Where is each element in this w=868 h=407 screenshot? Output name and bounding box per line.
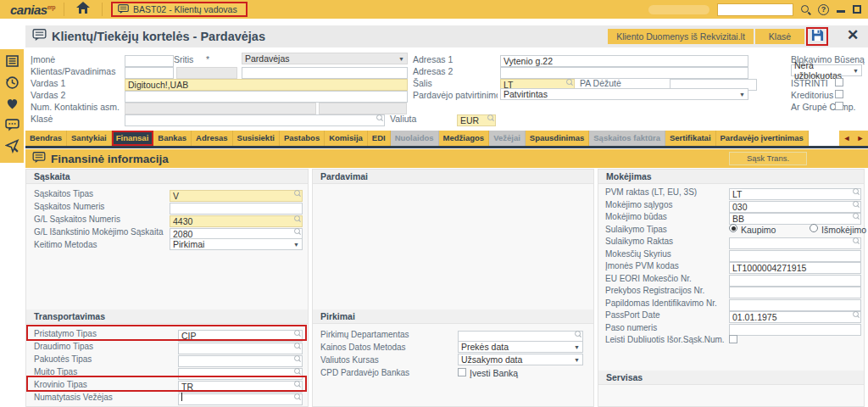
- klientas-sub-field[interactable]: [176, 64, 237, 76]
- search-icon[interactable]: [294, 355, 301, 362]
- tab-medziagos[interactable]: Medžiagos: [439, 131, 490, 146]
- mokejimo-budas-field[interactable]: [729, 210, 861, 222]
- help-icon[interactable]: ?: [818, 4, 829, 15]
- save-button[interactable]: [806, 27, 828, 46]
- tab-santykiai[interactable]: Santykiai: [67, 131, 112, 146]
- navigation-icon[interactable]: [4, 138, 19, 153]
- pakuotes-tipas-field[interactable]: [178, 353, 303, 365]
- kontaktinis1-field[interactable]: [125, 100, 316, 112]
- tab-spausdinimas[interactable]: Spausdinimas: [526, 131, 589, 146]
- tab-susisiekti[interactable]: Susisiekti: [233, 131, 280, 146]
- minimize-icon[interactable]: [837, 10, 845, 13]
- search-icon[interactable]: [294, 330, 301, 337]
- numatytasis-vezejas-field[interactable]: [178, 391, 303, 403]
- search-icon[interactable]: [294, 215, 301, 222]
- ismokejimo-radio[interactable]: [810, 224, 818, 232]
- numatytasis-vezejas-input[interactable]: [178, 393, 303, 405]
- tab-pastabos[interactable]: Pastabos: [280, 131, 325, 146]
- module-tab-bast02[interactable]: BAST02 - Klientų vadovas: [111, 2, 248, 17]
- search-icon[interactable]: [853, 188, 860, 195]
- pristatymo-tipas-field[interactable]: [178, 327, 303, 339]
- global-search-input[interactable]: [717, 3, 793, 16]
- prekybos-registracijos-field[interactable]: [729, 284, 861, 296]
- leisti-dubliuotis-checkbox[interactable]: [729, 335, 737, 343]
- saskaitos-tipas-field[interactable]: [170, 187, 303, 199]
- gl-saskaitos-numeris-field[interactable]: [170, 213, 303, 225]
- saskaitos-numeris-field[interactable]: [170, 200, 303, 212]
- maximize-icon[interactable]: [853, 5, 861, 14]
- kontaktinis2-field[interactable]: [319, 100, 407, 112]
- search-icon[interactable]: [376, 114, 383, 121]
- tab-finansai[interactable]: Finansai: [112, 131, 154, 146]
- sulaikymo-raktas-field[interactable]: [729, 235, 861, 247]
- tab-bendras[interactable]: Bendras: [25, 131, 67, 146]
- comments-icon[interactable]: [4, 117, 19, 132]
- tab-edi[interactable]: EDI: [368, 131, 391, 146]
- kreditorius-checkbox[interactable]: [835, 90, 843, 98]
- sritis-dropdown[interactable]: Pardavėjas▼: [242, 53, 408, 64]
- rekvizitai-button[interactable]: Kliento Duomenys iš Rekvizitai.lt: [608, 29, 754, 44]
- papildomas-id-field[interactable]: [729, 297, 861, 309]
- blokavimo-dropdown[interactable]: Nėra užblokuotas▼: [791, 64, 862, 76]
- heart-icon[interactable]: [4, 96, 19, 111]
- keitimo-metodas-dropdown[interactable]: Pirkimai▼: [170, 238, 303, 250]
- patvirtinimo-dropdown[interactable]: Patvirtintas▼: [500, 88, 748, 100]
- passport-date-field[interactable]: [729, 309, 861, 321]
- klientas-nr-field[interactable]: [125, 64, 174, 76]
- tab-sertifikatai[interactable]: Sertifikatai: [665, 131, 716, 146]
- draudimo-tipas-field[interactable]: [178, 340, 303, 352]
- pa-dezute-field[interactable]: [670, 76, 757, 88]
- tab-komisija[interactable]: Komisija: [325, 131, 368, 146]
- muito-tipas-field[interactable]: [178, 365, 303, 377]
- tab-adresas[interactable]: Adresas: [192, 131, 233, 146]
- tab-pardavejo-ivertinimas[interactable]: Pardavėjo įvertinimas: [716, 131, 809, 146]
- search-icon[interactable]: [801, 5, 810, 14]
- ar-grupe-checkbox[interactable]: [835, 102, 843, 110]
- search-icon[interactable]: [853, 237, 860, 244]
- search-icon[interactable]: [294, 381, 301, 387]
- istrinti-checkbox[interactable]: [835, 78, 843, 86]
- pvm-raktas-field[interactable]: [729, 186, 861, 198]
- history-icon[interactable]: [4, 75, 19, 90]
- tab-scroll-left-icon[interactable]: ◄: [843, 134, 851, 142]
- tab-scroll-right-icon[interactable]: ►: [857, 134, 865, 142]
- paso-numeris-input[interactable]: [729, 324, 861, 336]
- sask-trans-button[interactable]: Sąsk Trans.: [729, 152, 807, 165]
- klase-input[interactable]: [125, 114, 385, 126]
- klientas-pavadinimas-field[interactable]: [242, 64, 408, 76]
- mokesciu-skyrius-field[interactable]: [729, 248, 861, 259]
- salis-field[interactable]: [500, 76, 575, 88]
- imone-field[interactable]: [125, 53, 174, 64]
- search-icon[interactable]: [294, 368, 301, 375]
- klase-field[interactable]: [125, 112, 385, 124]
- tab-bankas[interactable]: Bankas: [153, 131, 192, 146]
- list-icon[interactable]: [4, 53, 19, 69]
- search-icon[interactable]: [294, 343, 301, 349]
- search-icon[interactable]: [294, 228, 301, 235]
- krovinio-tipas-field[interactable]: [178, 378, 303, 390]
- home-button[interactable]: [73, 2, 93, 17]
- gl-isankstinio-field[interactable]: [170, 226, 303, 237]
- eu-eori-field[interactable]: [729, 272, 861, 284]
- vardas1-field[interactable]: [125, 76, 408, 88]
- search-icon[interactable]: [853, 201, 860, 208]
- vardas2-field[interactable]: [125, 88, 408, 100]
- adresas1-field[interactable]: [500, 53, 748, 64]
- search-icon[interactable]: [575, 331, 581, 337]
- pirkimu-departamentas-field[interactable]: [458, 328, 583, 340]
- valiuta-field[interactable]: [457, 112, 496, 124]
- kainos-datos-dropdown[interactable]: Prekės data▼: [458, 341, 583, 353]
- ivesti-banka-checkbox[interactable]: [458, 368, 466, 376]
- search-icon[interactable]: [487, 114, 494, 121]
- mokejimo-budas-input[interactable]: [729, 213, 861, 225]
- search-icon[interactable]: [294, 190, 301, 197]
- imones-pvm-kodas-field[interactable]: [729, 259, 861, 271]
- search-icon[interactable]: [853, 213, 860, 220]
- valiutos-kursas-dropdown[interactable]: Užsakymo data▼: [458, 354, 583, 365]
- paso-numeris-field[interactable]: [729, 321, 861, 333]
- close-icon[interactable]: ✕: [847, 26, 859, 44]
- kaupimo-radio[interactable]: [729, 224, 737, 232]
- klase-button[interactable]: Klasė: [755, 29, 804, 44]
- search-icon[interactable]: [294, 393, 301, 400]
- search-icon[interactable]: [853, 311, 860, 318]
